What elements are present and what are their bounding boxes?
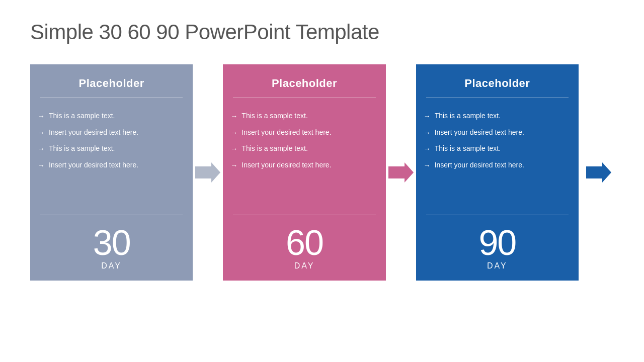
list-item: → This is a sample text. [35, 108, 185, 125]
list-item-text: This is a sample text. [242, 111, 308, 121]
slide: Simple 30 60 90 PowerPoint Template Plac… [0, 0, 644, 362]
arrow-connector-3 [584, 162, 614, 183]
svg-marker-2 [586, 162, 611, 183]
bullet-icon: → [424, 144, 431, 154]
slide-title: Simple 30 60 90 PowerPoint Template [30, 20, 614, 44]
bullet-icon: → [424, 112, 431, 122]
day-30-number: 30 [40, 225, 183, 260]
bullet-icon: → [38, 161, 45, 171]
cards-container: Placeholder → This is a sample text. → I… [30, 64, 614, 281]
list-item-text: This is a sample text. [242, 144, 308, 154]
list-item: → This is a sample text. [35, 141, 185, 157]
card-30-divider [40, 98, 183, 98]
bullet-icon: → [38, 112, 45, 122]
day-60-number: 60 [233, 225, 375, 260]
list-item: → This is a sample text. [421, 141, 571, 157]
card-90-divider [426, 98, 569, 98]
day-30-label: DAY [40, 261, 183, 270]
card-90-header: Placeholder [416, 64, 579, 98]
bullet-icon: → [230, 128, 237, 138]
day-60-label: DAY [233, 261, 375, 270]
list-item-text: This is a sample text. [49, 111, 115, 121]
bullet-icon: → [38, 128, 45, 138]
card-60-divider [233, 98, 375, 98]
list-item-text: Insert your desired text here. [242, 128, 331, 138]
card-60-title: Placeholder [233, 77, 375, 90]
arrow-connector-2 [386, 162, 416, 183]
bullet-icon: → [230, 144, 237, 154]
card-30-day: Placeholder → This is a sample text. → I… [30, 64, 193, 281]
card-90-footer: 90 DAY [426, 215, 569, 281]
bullet-icon: → [38, 144, 45, 154]
svg-marker-0 [195, 162, 220, 183]
list-item: → This is a sample text. [421, 108, 571, 125]
card-30-title: Placeholder [40, 77, 183, 90]
card-60-body: → This is a sample text. → Insert your d… [223, 106, 385, 215]
card-30-footer: 30 DAY [40, 215, 183, 281]
svg-marker-1 [388, 162, 414, 183]
list-item-text: Insert your desired text here. [435, 160, 524, 170]
list-item: → Insert your desired text here. [228, 157, 378, 174]
list-item-text: This is a sample text. [49, 144, 115, 154]
list-item-text: Insert your desired text here. [435, 128, 524, 138]
list-item: → Insert your desired text here. [35, 125, 185, 141]
card-60-header: Placeholder [223, 64, 385, 98]
arrow-3-icon [586, 162, 611, 183]
bullet-icon: → [230, 112, 237, 122]
card-90-day: Placeholder → This is a sample text. → I… [416, 64, 579, 281]
list-item: → Insert your desired text here. [421, 125, 571, 141]
card-30-header: Placeholder [30, 64, 193, 98]
list-item: → Insert your desired text here. [228, 125, 378, 141]
card-60-list: → This is a sample text. → Insert your d… [228, 108, 378, 173]
card-60-day: Placeholder → This is a sample text. → I… [223, 64, 385, 281]
bullet-icon: → [424, 161, 431, 171]
list-item: → This is a sample text. [228, 108, 378, 125]
list-item-text: This is a sample text. [435, 111, 501, 121]
card-90-list: → This is a sample text. → Insert your d… [421, 108, 571, 173]
list-item: → This is a sample text. [228, 141, 378, 157]
list-item-text: Insert your desired text here. [49, 160, 138, 170]
list-item: → Insert your desired text here. [35, 157, 185, 174]
card-90-body: → This is a sample text. → Insert your d… [416, 106, 579, 215]
card-30-list: → This is a sample text. → Insert your d… [35, 108, 185, 173]
list-item-text: Insert your desired text here. [242, 160, 331, 170]
arrow-connector-1 [193, 162, 223, 183]
day-90-number: 90 [426, 225, 569, 260]
card-90-title: Placeholder [426, 77, 569, 90]
bullet-icon: → [424, 128, 431, 138]
card-60-footer: 60 DAY [233, 215, 375, 281]
list-item-text: This is a sample text. [435, 144, 501, 154]
card-30-body: → This is a sample text. → Insert your d… [30, 106, 193, 215]
list-item: → Insert your desired text here. [421, 157, 571, 174]
bullet-icon: → [230, 161, 237, 171]
arrow-2-icon [388, 162, 414, 183]
arrow-1-icon [195, 162, 220, 183]
list-item-text: Insert your desired text here. [49, 128, 138, 138]
day-90-label: DAY [426, 261, 569, 270]
